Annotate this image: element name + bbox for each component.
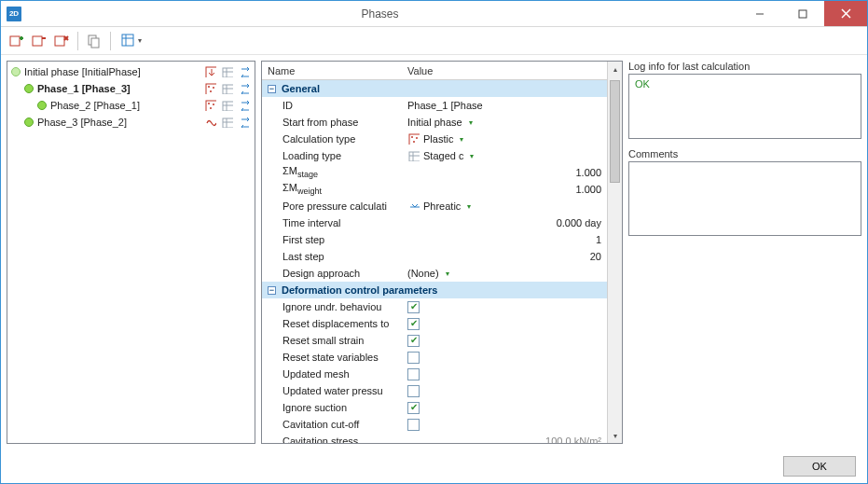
property-row[interactable]: Updated water pressu (262, 382, 607, 399)
property-value[interactable]: Plastic▾ (402, 132, 607, 145)
phase-row[interactable]: Phase_1 [Phase_3] (7, 80, 255, 97)
checkbox[interactable] (407, 301, 420, 313)
property-panel: Name Value −GeneralIDPhase_1 [PhaseStart… (261, 61, 623, 444)
property-value[interactable] (402, 419, 607, 431)
view-mode-button[interactable]: ▾ (117, 31, 146, 51)
property-row[interactable]: IDPhase_1 [Phase (262, 97, 607, 114)
property-row[interactable]: Pore pressure calculatiPhreatic▾ (262, 198, 607, 214)
plastic-icon (407, 132, 420, 145)
property-value[interactable]: Phreatic▾ (402, 200, 607, 213)
property-row[interactable]: Design approach(None)▾ (262, 265, 607, 282)
scroll-down-icon[interactable]: ▾ (608, 428, 622, 443)
section-header[interactable]: −General (262, 80, 607, 97)
scrollbar[interactable]: ▴ ▾ (607, 62, 622, 443)
close-button[interactable] (824, 1, 867, 26)
svg-point-22 (208, 86, 210, 88)
comments-box[interactable] (628, 161, 861, 236)
svg-point-29 (208, 103, 210, 104)
property-row[interactable]: Ignore undr. behaviou (262, 298, 607, 315)
property-value[interactable]: 100.0 kN/m² (402, 436, 607, 443)
property-value[interactable]: Staged c▾ (402, 149, 607, 162)
checkbox[interactable] (407, 402, 420, 414)
maximize-button[interactable] (781, 1, 824, 26)
property-name: Loading type (282, 150, 402, 161)
property-value[interactable]: 1 (402, 234, 607, 245)
checkbox[interactable] (407, 335, 420, 347)
svg-point-40 (416, 137, 418, 139)
phases-window: 2D Phases (0, 0, 868, 484)
phreatic-icon (407, 200, 420, 213)
delete-phase-button[interactable] (51, 31, 72, 51)
table-icon (221, 65, 234, 78)
chevron-down-icon[interactable]: ▾ (467, 202, 471, 211)
value-text: 100.0 kN/m² (545, 436, 601, 443)
property-row[interactable]: Time interval0.000 day (262, 214, 607, 231)
chevron-down-icon[interactable]: ▾ (446, 270, 449, 278)
property-value[interactable]: 20 (402, 251, 607, 262)
svg-rect-28 (206, 101, 216, 111)
phase-row[interactable]: Phase_2 [Phase_1] (7, 97, 255, 114)
svg-rect-18 (223, 68, 233, 77)
collapse-icon[interactable]: − (268, 286, 276, 295)
property-row[interactable]: Reset displacements to (262, 315, 607, 332)
property-name: ΣMstage (282, 165, 402, 179)
property-row[interactable]: Updated mesh (262, 366, 607, 382)
property-row[interactable]: First step1 (262, 231, 607, 248)
property-value[interactable] (402, 385, 607, 397)
property-value[interactable]: 0.000 day (402, 217, 607, 228)
checkbox[interactable] (407, 385, 420, 397)
arrows-icon (238, 99, 251, 112)
property-value[interactable]: 1.000 (402, 167, 607, 178)
scrollbar-thumb[interactable] (610, 80, 620, 183)
property-row[interactable]: Loading typeStaged c▾ (262, 147, 607, 164)
property-row[interactable]: Cavitation stress100.0 kN/m² (262, 433, 607, 443)
checkbox[interactable] (407, 352, 420, 364)
property-row[interactable]: ΣMweight1.000 (262, 181, 607, 198)
svg-rect-14 (122, 35, 133, 46)
checkbox[interactable] (407, 318, 420, 330)
phase-list[interactable]: Initial phase [InitialPhase]Phase_1 [Pha… (7, 61, 255, 444)
property-name: Start from phase (282, 117, 402, 128)
property-value[interactable] (402, 402, 607, 414)
property-row[interactable]: Reset state variables (262, 349, 607, 366)
collapse-icon[interactable]: − (268, 85, 276, 93)
property-row[interactable]: ΣMstage1.000 (262, 164, 607, 181)
chevron-down-icon[interactable]: ▾ (460, 135, 463, 144)
property-value[interactable] (402, 301, 607, 313)
right-column: Log info for last calculation OK Comment… (628, 61, 861, 444)
property-row[interactable]: Calculation typePlastic▾ (262, 131, 607, 147)
property-value[interactable] (402, 352, 607, 364)
property-row[interactable]: Cavitation cut-off (262, 416, 607, 433)
property-value[interactable] (402, 335, 607, 347)
property-row[interactable]: Start from phaseInitial phase▾ (262, 114, 607, 131)
property-row[interactable]: Last step20 (262, 248, 607, 265)
log-value: OK (635, 78, 650, 90)
property-value[interactable]: 1.000 (402, 184, 607, 195)
svg-rect-42 (409, 152, 420, 161)
ok-button[interactable]: OK (783, 456, 856, 477)
property-value[interactable]: Initial phase▾ (402, 117, 607, 128)
section-header[interactable]: −Deformation control parameters (262, 282, 607, 298)
property-row[interactable]: Ignore suction (262, 399, 607, 416)
phase-row[interactable]: Initial phase [InitialPhase] (7, 63, 255, 80)
checkbox[interactable] (407, 368, 420, 380)
phase-label: Phase_2 [Phase_1] (50, 100, 200, 111)
property-value[interactable] (402, 368, 607, 380)
property-value[interactable]: Phase_1 [Phase (402, 100, 607, 111)
add-phase-button[interactable] (7, 31, 27, 51)
minimize-button[interactable] (738, 1, 781, 26)
checkbox[interactable] (407, 419, 420, 431)
insert-phase-button[interactable] (29, 31, 49, 51)
chevron-down-icon[interactable]: ▾ (469, 118, 473, 127)
chevron-down-icon[interactable]: ▾ (470, 152, 474, 160)
property-row[interactable]: Reset small strain (262, 332, 607, 349)
property-value[interactable]: (None)▾ (402, 268, 607, 279)
svg-point-41 (413, 141, 415, 143)
scroll-up-icon[interactable]: ▴ (608, 62, 622, 76)
phase-row[interactable]: Phase_3 [Phase_2] (7, 114, 255, 131)
property-value[interactable] (402, 318, 607, 330)
value-text: 1.000 (575, 167, 601, 178)
copy-button[interactable] (84, 31, 104, 51)
value-text: 1.000 (575, 184, 601, 195)
value-text: Phase_1 [Phase (407, 100, 483, 111)
